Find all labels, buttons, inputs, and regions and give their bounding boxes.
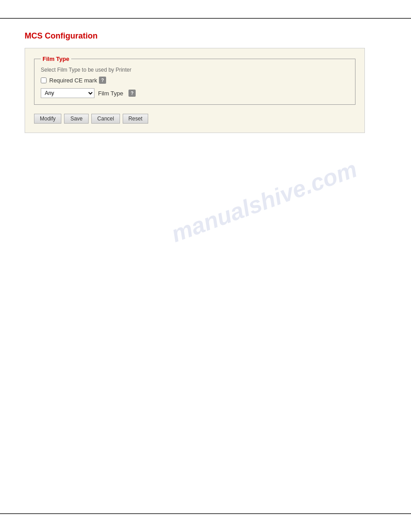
film-type-label: Film Type	[98, 90, 123, 97]
ce-mark-label: Required CE mark	[49, 77, 97, 84]
cancel-button[interactable]: Cancel	[91, 114, 120, 124]
top-border	[0, 18, 411, 19]
film-type-help-icon[interactable]: ?	[128, 90, 136, 97]
ce-mark-help-icon[interactable]: ?	[99, 77, 106, 84]
ce-mark-checkbox[interactable]	[41, 77, 47, 83]
modify-button[interactable]: Modify	[34, 114, 61, 124]
ce-mark-row: Required CE mark ?	[41, 77, 349, 84]
watermark: manualshive.com	[168, 155, 361, 248]
page-title: MCS Configuration	[25, 31, 386, 41]
film-type-legend: Film Type	[41, 56, 71, 62]
bottom-border	[0, 513, 411, 514]
film-type-select[interactable]: Any	[41, 88, 94, 98]
film-type-description: Select Film Type to be used by Printer	[41, 67, 349, 73]
film-type-fieldset: Film Type Select Film Type to be used by…	[34, 56, 355, 105]
film-type-row: Any Film Type ?	[41, 88, 349, 98]
reset-button[interactable]: Reset	[123, 114, 148, 124]
save-button[interactable]: Save	[64, 114, 89, 124]
config-panel: Film Type Select Film Type to be used by…	[25, 48, 365, 133]
buttons-row: Modify Save Cancel Reset	[34, 114, 355, 124]
